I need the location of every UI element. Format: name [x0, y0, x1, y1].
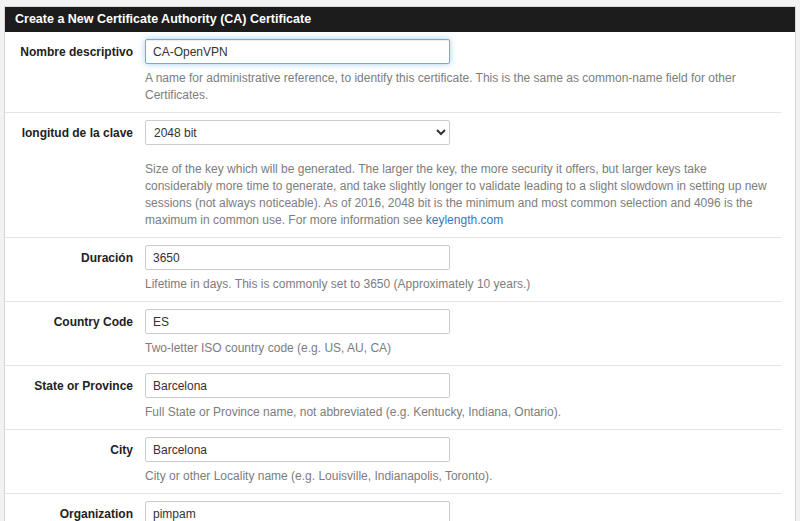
lifetime-help: Lifetime in days. This is commonly set t… — [145, 276, 777, 293]
lifetime-label: Duración — [5, 245, 145, 293]
organization-control: Organization name, often the Company or … — [145, 501, 781, 521]
state-province-help: Full State or Province name, not abbrevi… — [145, 404, 777, 421]
field-row-country-code: Country Code Two-letter ISO country code… — [5, 301, 781, 365]
key-length-label: longitud de la clave — [5, 120, 145, 229]
city-label: City — [5, 437, 145, 485]
field-row-organization: Organization Organization name, often th… — [5, 493, 781, 521]
panel-title: Create a New Certificate Authority (CA) … — [15, 12, 311, 26]
organization-input[interactable] — [145, 501, 450, 521]
field-row-descriptive-name: Nombre descriptivo A name for administra… — [5, 32, 781, 112]
state-province-control: Full State or Province name, not abbrevi… — [145, 373, 781, 421]
ca-certificate-panel: Create a New Certificate Authority (CA) … — [4, 6, 796, 521]
country-code-input[interactable] — [145, 309, 450, 334]
panel-body: Nombre descriptivo A name for administra… — [5, 32, 795, 521]
country-code-help: Two-letter ISO country code (e.g. US, AU… — [145, 340, 777, 357]
city-help: City or other Locality name (e.g. Louisv… — [145, 468, 777, 485]
key-length-help: Size of the key which will be generated.… — [145, 161, 777, 229]
key-length-select[interactable]: 2048 bit — [145, 120, 450, 145]
country-code-control: Two-letter ISO country code (e.g. US, AU… — [145, 309, 781, 357]
descriptive-name-help: A name for administrative reference, to … — [145, 70, 777, 104]
descriptive-name-label: Nombre descriptivo — [5, 39, 145, 104]
descriptive-name-input[interactable] — [145, 39, 450, 64]
keylength-link[interactable]: keylength.com — [426, 213, 503, 227]
field-row-state-province: State or Province Full State or Province… — [5, 365, 781, 429]
state-province-label: State or Province — [5, 373, 145, 421]
country-code-label: Country Code — [5, 309, 145, 357]
state-province-input[interactable] — [145, 373, 450, 398]
page: Create a New Certificate Authority (CA) … — [0, 0, 800, 521]
lifetime-input[interactable] — [145, 245, 450, 270]
city-control: City or other Locality name (e.g. Louisv… — [145, 437, 781, 485]
descriptive-name-control: A name for administrative reference, to … — [145, 39, 781, 104]
key-length-control: 2048 bit Size of the key which will be g… — [145, 120, 781, 229]
field-row-lifetime: Duración Lifetime in days. This is commo… — [5, 237, 781, 301]
city-input[interactable] — [145, 437, 450, 462]
field-row-city: City City or other Locality name (e.g. L… — [5, 429, 781, 493]
field-row-key-length: longitud de la clave 2048 bit Size of th… — [5, 112, 781, 237]
organization-label: Organization — [5, 501, 145, 521]
panel-header: Create a New Certificate Authority (CA) … — [5, 7, 795, 32]
lifetime-control: Lifetime in days. This is commonly set t… — [145, 245, 781, 293]
